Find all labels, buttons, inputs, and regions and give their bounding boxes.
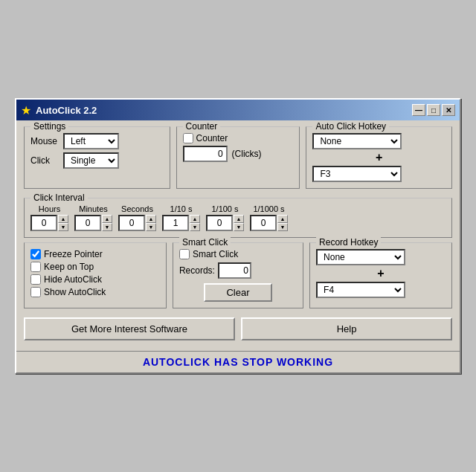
minutes-down-btn[interactable]: ▼ bbox=[102, 223, 112, 231]
thousandth-down-btn[interactable]: ▼ bbox=[277, 223, 288, 231]
footer-buttons: Get More Interest Software Help bbox=[24, 317, 452, 340]
keep-on-top-checkbox[interactable] bbox=[30, 262, 41, 272]
tenth-up-btn[interactable]: ▲ bbox=[190, 215, 200, 223]
seconds-input[interactable] bbox=[118, 215, 145, 231]
maximize-button[interactable]: □ bbox=[427, 104, 440, 116]
title-buttons: — □ ✕ bbox=[412, 104, 455, 116]
counter-checkbox[interactable] bbox=[183, 133, 193, 143]
minutes-input[interactable] bbox=[74, 215, 101, 231]
seconds-down-btn[interactable]: ▼ bbox=[146, 223, 156, 231]
hours-up-btn[interactable]: ▲ bbox=[58, 215, 68, 223]
tenth-spinner-buttons: ▲ ▼ bbox=[190, 215, 200, 231]
hide-autoclick-checkbox[interactable] bbox=[30, 274, 41, 285]
records-row: Records: bbox=[179, 262, 297, 279]
seconds-spinner: ▲ ▼ bbox=[118, 215, 156, 231]
status-bar: AUTOCLICK HAS STOP WORKING bbox=[16, 351, 460, 372]
smart-click-label: Smart Click bbox=[193, 249, 238, 259]
minutes-up-btn[interactable]: ▲ bbox=[102, 215, 112, 223]
thousandth-up-btn[interactable]: ▲ bbox=[277, 215, 288, 223]
record-plus: + bbox=[316, 267, 446, 280]
smart-group: Smart Click Smart Click Records: Clear bbox=[173, 242, 303, 308]
records-label: Records: bbox=[179, 265, 215, 276]
tenth-down-btn[interactable]: ▼ bbox=[190, 223, 200, 231]
hundredth-label: 1/100 s bbox=[211, 204, 238, 213]
hundredth-up-btn[interactable]: ▲ bbox=[234, 215, 244, 223]
counter-checkbox-row: Counter bbox=[183, 133, 294, 143]
hotkey-group: Auto Click Hotkey None Ctrl Alt Shift + … bbox=[306, 126, 452, 189]
counter-value-row: (Clicks) bbox=[183, 146, 294, 162]
seconds-up-btn[interactable]: ▲ bbox=[146, 215, 156, 223]
smart-group-label: Smart Click bbox=[179, 237, 231, 248]
minutes-label: Minutes bbox=[79, 204, 108, 213]
thousandth-input[interactable] bbox=[250, 215, 277, 231]
settings-group: Settings Mouse Left Right Middle Click S… bbox=[24, 126, 170, 189]
hours-down-btn[interactable]: ▼ bbox=[58, 223, 68, 231]
tenth-label: 1/10 s bbox=[170, 204, 193, 213]
content-area: Settings Mouse Left Right Middle Click S… bbox=[16, 120, 460, 351]
counter-group-label: Counter bbox=[183, 121, 221, 132]
mouse-select[interactable]: Left Right Middle bbox=[63, 133, 119, 149]
hotkey-modifier-select[interactable]: None Ctrl Alt Shift bbox=[312, 133, 402, 149]
thousandth-spinner-buttons: ▲ ▼ bbox=[277, 215, 288, 231]
seconds-spinner-buttons: ▲ ▼ bbox=[146, 215, 156, 231]
smart-click-checkbox[interactable] bbox=[179, 249, 190, 259]
counter-checkbox-label: Counter bbox=[196, 133, 228, 143]
thousandth-spinner: ▲ ▼ bbox=[250, 215, 288, 231]
hours-input[interactable] bbox=[30, 215, 57, 231]
hours-spinner: ▲ ▼ bbox=[30, 215, 68, 231]
hotkey-plus: + bbox=[312, 151, 446, 164]
help-button[interactable]: Help bbox=[241, 317, 452, 340]
show-autoclick-row: Show AutoClick bbox=[30, 287, 160, 297]
star-icon: ★ bbox=[21, 103, 31, 117]
software-button[interactable]: Get More Interest Software bbox=[24, 317, 235, 340]
mouse-row: Mouse Left Right Middle bbox=[30, 133, 164, 149]
minutes-spinner: ▲ ▼ bbox=[74, 215, 112, 231]
show-autoclick-checkbox[interactable] bbox=[30, 287, 41, 297]
smart-click-row: Smart Click bbox=[179, 249, 297, 259]
freeze-pointer-checkbox[interactable] bbox=[30, 249, 41, 259]
thousandth-col: 1/1000 s ▲ ▼ bbox=[250, 204, 288, 231]
tenth-input[interactable] bbox=[162, 215, 189, 231]
top-section: Settings Mouse Left Right Middle Click S… bbox=[24, 126, 452, 193]
keep-on-top-row: Keep on Top bbox=[30, 262, 160, 272]
seconds-label: Seconds bbox=[121, 204, 153, 213]
click-select[interactable]: Single Double bbox=[63, 152, 119, 169]
minimize-button[interactable]: — bbox=[412, 104, 425, 116]
hundredth-spinner: ▲ ▼ bbox=[206, 215, 244, 231]
click-label: Click bbox=[30, 155, 59, 166]
mouse-label: Mouse bbox=[30, 136, 59, 146]
hundredth-col: 1/100 s ▲ ▼ bbox=[206, 204, 244, 231]
hundredth-spinner-buttons: ▲ ▼ bbox=[234, 215, 244, 231]
freeze-pointer-row: Freeze Pointer bbox=[30, 249, 160, 259]
hotkey-key-select[interactable]: F3 None F1 F2 F4 F5 bbox=[312, 166, 402, 182]
hours-spinner-buttons: ▲ ▼ bbox=[58, 215, 68, 231]
counter-value-input[interactable] bbox=[183, 146, 228, 162]
hours-col: Hours ▲ ▼ bbox=[30, 204, 68, 231]
title-bar: ★ AutoClick 2.2 — □ ✕ bbox=[16, 100, 460, 120]
click-row: Click Single Double bbox=[30, 152, 164, 169]
seconds-col: Seconds ▲ ▼ bbox=[118, 204, 156, 231]
hide-autoclick-row: Hide AutoClick bbox=[30, 274, 160, 285]
interval-columns: Hours ▲ ▼ Minutes bbox=[30, 204, 446, 231]
clear-button[interactable]: Clear bbox=[204, 283, 271, 302]
interval-label: Click Interval bbox=[30, 193, 88, 203]
hours-label: Hours bbox=[39, 204, 60, 213]
records-input[interactable] bbox=[218, 262, 251, 279]
record-key-select[interactable]: F4 None F1 F2 F3 F5 bbox=[316, 282, 405, 298]
status-text: AUTOCLICK HAS STOP WORKING bbox=[143, 356, 333, 368]
close-button[interactable]: ✕ bbox=[442, 104, 455, 116]
title-bar-left: ★ AutoClick 2.2 bbox=[21, 103, 97, 117]
freeze-pointer-label: Freeze Pointer bbox=[44, 249, 103, 259]
keep-on-top-label: Keep on Top bbox=[44, 262, 94, 272]
record-modifier-select[interactable]: None Ctrl Alt Shift bbox=[316, 249, 405, 265]
interval-group: Click Interval Hours ▲ ▼ Minute bbox=[24, 198, 452, 238]
tenth-spinner: ▲ ▼ bbox=[162, 215, 200, 231]
interval-section: Click Interval Hours ▲ ▼ Minute bbox=[24, 198, 452, 238]
minutes-col: Minutes ▲ ▼ bbox=[74, 204, 112, 231]
show-autoclick-label: Show AutoClick bbox=[44, 287, 106, 297]
freeze-group: Freeze Pointer Keep on Top Hide AutoClic… bbox=[24, 242, 167, 308]
hotkey-label: Auto Click Hotkey bbox=[312, 121, 389, 132]
hundredth-input[interactable] bbox=[206, 215, 233, 231]
hundredth-down-btn[interactable]: ▼ bbox=[234, 223, 244, 231]
hide-autoclick-label: Hide AutoClick bbox=[44, 274, 102, 285]
